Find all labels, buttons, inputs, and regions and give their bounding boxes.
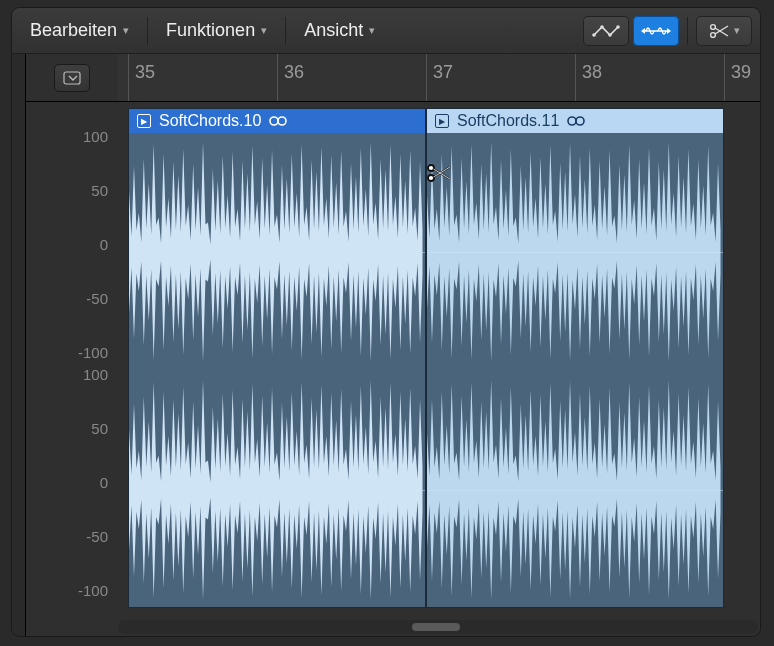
region-header[interactable]: ▶SoftChords.11 — [427, 109, 723, 133]
menu-functions[interactable]: Funktionen ▾ — [156, 14, 277, 47]
divider — [147, 17, 148, 45]
ruler-tick: 39 — [724, 54, 725, 101]
svg-point-15 — [576, 117, 584, 125]
svg-point-0 — [592, 33, 596, 37]
region-header[interactable]: ▶SoftChords.10 — [129, 109, 425, 133]
svg-point-12 — [270, 117, 278, 125]
menu-edit-label: Bearbeiten — [30, 20, 117, 41]
ruler-label: 37 — [433, 62, 453, 83]
hscrollbar[interactable] — [118, 620, 758, 634]
svg-marker-5 — [641, 28, 645, 34]
audio-region[interactable]: ▶SoftChords.10 — [128, 108, 426, 608]
chevron-down-icon: ▾ — [369, 24, 375, 37]
editor-panel: Bearbeiten ▾ Funktionen ▾ Ansicht ▾ — [12, 8, 760, 636]
amp-label: 50 — [91, 182, 108, 199]
link-icon — [567, 115, 585, 127]
timeline-ruler[interactable]: 3536373839 — [118, 54, 760, 102]
hscrollbar-thumb[interactable] — [412, 623, 460, 631]
amp-label: 100 — [83, 128, 108, 145]
svg-marker-6 — [667, 28, 671, 34]
ruler-tick: 35 — [128, 54, 129, 101]
region-name: SoftChords.11 — [457, 112, 559, 130]
waveform — [129, 133, 425, 371]
svg-point-3 — [616, 25, 620, 29]
toolbar: Bearbeiten ▾ Funktionen ▾ Ansicht ▾ — [12, 8, 760, 54]
scissors-tool-button[interactable]: ▾ — [696, 16, 752, 46]
amp-label: -50 — [86, 528, 108, 545]
svg-point-7 — [711, 24, 716, 29]
main-area: 3536373839 ▶SoftChords.10▶SoftChords.11 — [118, 54, 760, 636]
audio-region[interactable]: ▶SoftChords.11 — [426, 108, 724, 608]
svg-point-1 — [600, 25, 604, 29]
menu-edit[interactable]: Bearbeiten ▾ — [20, 14, 139, 47]
svg-point-8 — [711, 32, 716, 37]
menu-functions-label: Funktionen — [166, 20, 255, 41]
catch-playhead-button[interactable] — [54, 64, 90, 92]
ruler-tick: 37 — [426, 54, 427, 101]
waveform — [427, 371, 723, 608]
play-icon: ▶ — [435, 114, 449, 128]
region-name: SoftChords.10 — [159, 112, 261, 130]
link-icon — [269, 115, 287, 127]
vscroll-gutter[interactable] — [12, 54, 26, 636]
divider — [285, 17, 286, 45]
ruler-label: 36 — [284, 62, 304, 83]
amp-label: 0 — [100, 474, 108, 491]
divider — [687, 17, 688, 45]
chevron-down-icon: ▾ — [261, 24, 267, 37]
amp-label: 50 — [91, 420, 108, 437]
svg-point-2 — [608, 33, 612, 37]
svg-point-14 — [568, 117, 576, 125]
svg-rect-11 — [64, 72, 80, 84]
ruler-label: 35 — [135, 62, 155, 83]
menu-view[interactable]: Ansicht ▾ — [294, 14, 385, 47]
flex-button[interactable] — [633, 16, 679, 46]
ruler-tick: 36 — [277, 54, 278, 101]
amp-label: 0 — [100, 236, 108, 253]
play-icon: ▶ — [137, 114, 151, 128]
svg-point-13 — [278, 117, 286, 125]
track-area[interactable]: ▶SoftChords.10▶SoftChords.11 — [118, 102, 760, 618]
ruler-label: 39 — [731, 62, 751, 83]
amp-label: -100 — [78, 344, 108, 361]
menu-view-label: Ansicht — [304, 20, 363, 41]
amp-label: -100 — [78, 582, 108, 599]
chevron-down-icon: ▾ — [123, 24, 129, 37]
chevron-down-icon: ▾ — [734, 24, 740, 37]
automation-curve-button[interactable] — [583, 16, 629, 46]
ruler-tick: 38 — [575, 54, 576, 101]
left-column: 100500-50-100100500-50-100 — [26, 54, 118, 636]
amp-label: 100 — [83, 366, 108, 383]
amplitude-scale: 100500-50-100100500-50-100 — [26, 102, 118, 618]
waveform — [129, 371, 425, 608]
ruler-label: 38 — [582, 62, 602, 83]
amp-label: -50 — [86, 290, 108, 307]
waveform — [427, 133, 723, 371]
